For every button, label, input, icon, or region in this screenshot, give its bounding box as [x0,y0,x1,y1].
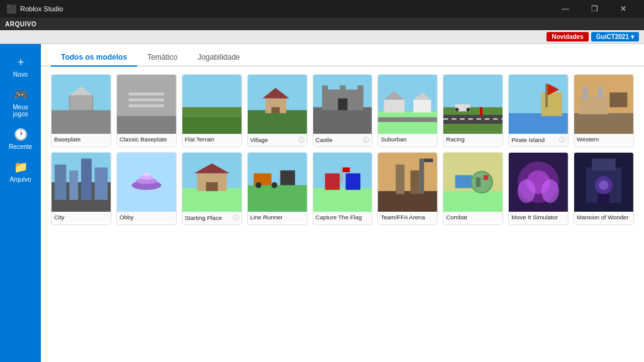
tile-western[interactable]: Western [574,74,634,147]
info-icon-starting[interactable]: ⓘ [233,214,239,222]
grid-area: Baseplate Classic Baseplate Flat Terrain… [41,67,644,362]
svg-rect-80 [396,165,405,194]
window-controls: — ❐ ✕ [551,0,638,18]
tile-image-classic [117,75,176,134]
tile-image-flat [182,75,242,134]
tile-image-teamffa [378,153,437,212]
tile-classic[interactable]: Classic Baseplate [116,74,177,147]
mygames-icon: 🎮 [14,88,28,102]
recent-icon: 🕐 [14,128,28,141]
svg-rect-52 [55,165,67,200]
tab-all[interactable]: Todos os modelos [51,49,137,67]
tile-label-moveit: Move It Simulator [509,212,568,222]
svg-rect-22 [357,85,363,92]
tile-village[interactable]: Village ⓘ [247,74,308,147]
tile-image-starting [182,153,242,212]
svg-rect-38 [480,107,483,116]
svg-rect-81 [411,170,419,194]
tile-city[interactable]: City [51,152,111,225]
window-title: Roblox Studio [20,5,64,13]
svg-rect-55 [95,167,108,200]
tile-combat[interactable]: Combat [443,152,503,225]
svg-rect-42 [545,84,548,107]
svg-point-71 [271,182,277,188]
app-icon: ⬛ [6,4,16,14]
svg-rect-8 [129,104,164,107]
sidebar: ＋ Novo🎮 Meus jogos🕐 Recente📁 Arquivo [0,44,41,362]
svg-rect-5 [117,116,176,134]
sidebar-item-mygames[interactable]: 🎮 Meus jogos [3,83,39,123]
tile-label-baseplate: Baseplate [52,134,111,145]
tile-teamffa[interactable]: Team/FFA Arena [377,152,438,225]
tile-obby[interactable]: Obby [116,152,177,225]
recent-label: Recente [9,143,32,150]
tile-moveit[interactable]: Move It Simulator [508,152,569,225]
tile-suburban[interactable]: Suburban [377,74,438,147]
svg-rect-37 [467,108,470,112]
svg-rect-88 [455,175,472,189]
tile-mansion[interactable]: Mansion of Wonder [574,152,634,225]
svg-point-94 [541,179,559,203]
svg-rect-40 [509,113,568,134]
tile-starting[interactable]: Starting Place ⓘ [182,152,242,225]
novidades-badge[interactable]: Novidades [547,32,589,41]
svg-point-70 [255,182,261,188]
svg-rect-36 [455,108,459,112]
svg-rect-89 [484,175,489,180]
tile-image-moveit [509,153,568,212]
tile-baseplate[interactable]: Baseplate [51,74,111,147]
tile-capture[interactable]: Capture The Flag [313,152,373,225]
svg-rect-49 [609,92,627,107]
info-icon-village[interactable]: ⓘ [298,136,304,145]
mygames-label: Meus jogos [6,104,35,118]
tile-image-village [248,75,307,134]
tile-label-western: Western [574,134,633,145]
sidebar-item-file[interactable]: 📁 Arquivo [3,155,39,188]
svg-rect-25 [378,111,437,134]
main-layout: ＋ Novo🎮 Meus jogos🕐 Recente📁 Arquivo Tod… [0,44,644,362]
svg-rect-13 [248,110,307,134]
tile-image-combat [443,153,502,212]
svg-rect-75 [345,173,360,190]
tile-image-capture [313,153,372,212]
tile-label-linerunner: Line Runner [248,212,307,222]
tab-thematic[interactable]: Temático [137,49,187,67]
svg-rect-100 [598,194,610,203]
tab-gameplay[interactable]: Jogabilidade [187,49,250,67]
tile-flat[interactable]: Flat Terrain [182,74,242,147]
tile-racing[interactable]: Racing [443,74,503,147]
arquivo-menu[interactable]: ARQUIVO [5,21,36,28]
sidebar-item-recent[interactable]: 🕐 Recente [3,123,39,155]
tile-linerunner[interactable]: Line Runner [247,152,308,225]
svg-rect-97 [592,158,616,170]
tile-image-castle [313,75,372,134]
svg-rect-45 [574,113,633,134]
user-name: GuiCT2021 [596,33,629,40]
close-button[interactable]: ✕ [609,0,638,18]
tile-image-obby [117,153,176,212]
svg-point-99 [599,180,609,190]
sidebar-item-new[interactable]: ＋ Novo [3,49,39,83]
svg-rect-83 [425,158,433,162]
svg-rect-87 [476,177,481,187]
svg-point-93 [518,179,535,203]
user-badge[interactable]: GuiCT2021 ▾ [591,32,639,41]
svg-rect-30 [378,118,437,123]
info-icon-castle[interactable]: ⓘ [363,136,369,145]
menubar: ARQUIVO [0,18,644,30]
tile-castle[interactable]: Castle ⓘ [313,74,373,147]
svg-rect-77 [342,167,349,172]
tile-label-suburban: Suburban [378,134,437,145]
svg-rect-7 [129,99,164,102]
tile-pirate[interactable]: Pirate Island ⓘ [508,74,569,147]
tile-image-baseplate [52,75,111,134]
svg-rect-26 [384,99,405,112]
tile-label-starting: Starting Place ⓘ [182,212,242,224]
svg-rect-67 [248,185,307,212]
svg-rect-16 [271,107,279,113]
topbar: Novidades GuiCT2021 ▾ [0,30,644,44]
minimize-button[interactable]: — [551,0,580,18]
maximize-button[interactable]: ❐ [580,0,609,18]
tile-label-mansion: Mansion of Wonder [574,212,633,222]
info-icon-pirate[interactable]: ⓘ [559,136,565,145]
